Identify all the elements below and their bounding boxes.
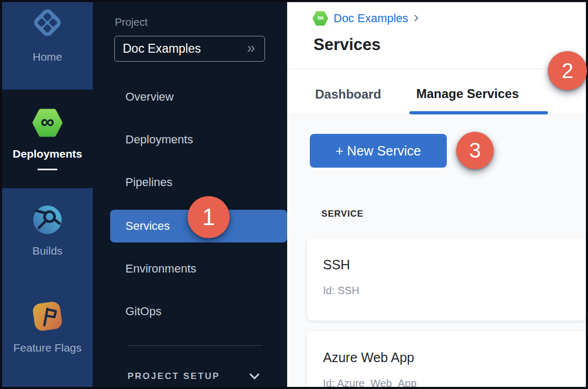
project-label: Project — [115, 16, 148, 28]
rail-item-feature-flags[interactable]: Feature Flags — [2, 342, 93, 354]
infinity-glyph: ∞ — [32, 108, 63, 138]
header-divider — [287, 69, 586, 69]
project-selector[interactable]: Doc Examples » — [114, 36, 265, 62]
rail-item-home[interactable]: Home — [2, 51, 93, 63]
home-icon[interactable] — [31, 6, 64, 39]
breadcrumb-chevron-icon: › — [414, 9, 419, 28]
sidebar-item-deployments[interactable]: Deployments — [110, 123, 287, 156]
rail-item-deployments[interactable]: Deployments — [2, 148, 93, 160]
app-window: Home ∞ Deployments — [0, 0, 588, 389]
module-rail: Home ∞ Deployments — [2, 2, 93, 387]
rail-item-builds[interactable]: Builds — [2, 245, 93, 257]
annotation-step-3-badge: 3 — [456, 132, 494, 169]
annotation-step-2-badge: 2 — [548, 51, 587, 90]
builds-icon[interactable] — [32, 205, 63, 235]
service-card-ssh[interactable]: SSH Id: SSH — [307, 238, 586, 320]
service-card-azure-web-app[interactable]: Azure Web App Id: Azure_Web_App — [307, 331, 586, 387]
breadcrumb-project-link[interactable]: Doc Examples — [334, 12, 408, 25]
sidebar-item-environments[interactable]: Environments — [110, 252, 287, 285]
sidebar-divider — [128, 345, 262, 346]
tab-manage-services[interactable]: Manage Services — [416, 86, 519, 101]
annotation-step-1-badge: 1 — [188, 196, 230, 238]
project-name: Doc Examples — [123, 42, 201, 56]
breadcrumb: ∞ Doc Examples › — [312, 9, 419, 28]
feature-flags-icon[interactable] — [31, 299, 64, 333]
sidebar-item-pipelines[interactable]: Pipelines — [110, 166, 287, 199]
service-id: Id: SSH — [323, 285, 359, 297]
project-setup-toggle[interactable]: PROJECT SETUP — [128, 369, 261, 383]
deployments-icon[interactable]: ∞ — [32, 108, 63, 138]
sidebar-item-overview[interactable]: Overview — [110, 81, 287, 113]
service-name: Azure Web App — [323, 350, 414, 365]
active-module-underline — [37, 169, 57, 170]
active-module-background — [2, 90, 93, 188]
page-title: Services — [313, 35, 381, 54]
double-chevron-icon: » — [247, 41, 255, 57]
infinity-glyph: ∞ — [312, 11, 328, 26]
new-service-button[interactable]: + New Service — [310, 134, 447, 168]
project-hexagon-icon: ∞ — [312, 11, 328, 26]
project-setup-label: PROJECT SETUP — [128, 371, 220, 382]
main-content: ∞ Doc Examples › Services Dashboard Mana… — [287, 2, 586, 387]
service-name: SSH — [323, 257, 350, 273]
project-sidebar: Project Doc Examples » Overview Deployme… — [93, 2, 287, 387]
service-id: Id: Azure_Web_App — [323, 377, 417, 387]
services-list-panel: + New Service SERVICE SSH Id: SSH Azure … — [287, 114, 586, 387]
tab-dashboard[interactable]: Dashboard — [315, 87, 381, 102]
chevron-down-icon — [248, 369, 261, 383]
service-column-header: SERVICE — [321, 209, 364, 219]
sidebar-item-gitops[interactable]: GitOps — [110, 295, 287, 328]
